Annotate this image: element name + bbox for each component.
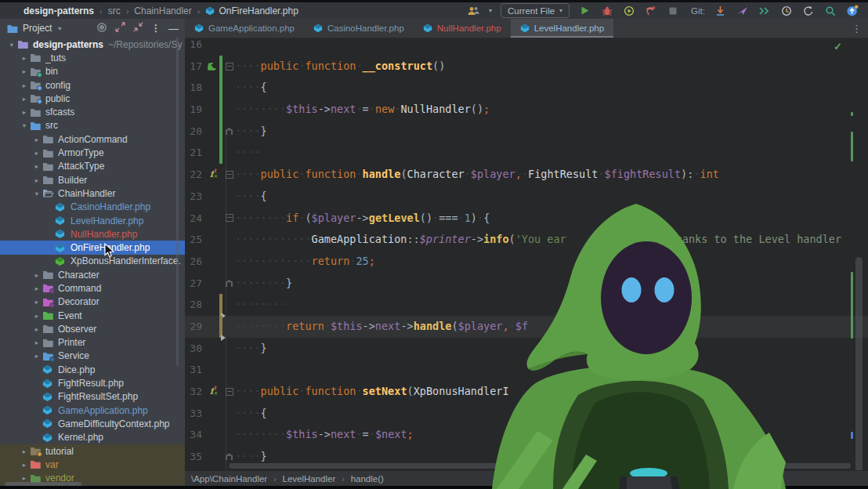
change-marker-added[interactable] <box>219 99 222 121</box>
tree-item-character[interactable]: ▸Character <box>0 268 185 281</box>
breadcrumb-item[interactable]: design-patterns <box>24 5 94 16</box>
chevron-right-icon[interactable]: ▸ <box>19 54 30 62</box>
chevron-right-icon[interactable]: ▸ <box>31 298 42 306</box>
tabs-kebab-icon[interactable]: ⋮ <box>852 19 868 38</box>
status-breadcrumb-item[interactable]: \App\ChainHandler <box>191 474 267 484</box>
tree-item-gameapplication-php[interactable]: GameApplication.php <box>0 404 185 417</box>
stripe-mark-green[interactable] <box>851 132 853 161</box>
code-line-20[interactable]: 20····} <box>185 121 868 143</box>
tab-nullhandler-php[interactable]: NullHandler.php <box>414 19 511 38</box>
tree-item-service[interactable]: ▸Service <box>0 350 185 363</box>
chevron-down-icon[interactable]: ▾ <box>58 25 61 32</box>
stop-button[interactable] <box>666 4 679 17</box>
change-marker-added[interactable] <box>219 121 222 143</box>
code-line-16[interactable]: 16 <box>185 38 868 56</box>
tree-item-var[interactable]: ▸var <box>0 458 185 471</box>
code-line-19[interactable]: 19········$this->next·=·new·NullHandler(… <box>185 99 868 121</box>
chevron-down-icon[interactable]: ▾ <box>6 41 17 49</box>
ide-update-icon[interactable] <box>845 4 859 17</box>
tree-vertical-scrollbar[interactable] <box>176 5 179 366</box>
chevron-right-icon[interactable]: ▸ <box>31 136 42 143</box>
tree-item-sfcasts[interactable]: ▸sfcasts <box>0 105 185 118</box>
chevron-right-icon[interactable]: ▸ <box>31 271 42 279</box>
code-line-21[interactable]: 21···· <box>185 142 868 164</box>
stripe-mark-green[interactable] <box>851 112 853 116</box>
tree-item-config[interactable]: ▸config <box>0 78 185 92</box>
stripe-mark-blue[interactable] <box>851 432 853 439</box>
collapse-all-icon[interactable] <box>133 22 143 34</box>
history-icon[interactable] <box>779 4 793 17</box>
tree-item-command[interactable]: ▸Command <box>0 281 185 295</box>
git-cvs-icon[interactable] <box>758 4 771 17</box>
tree-item-kernel-php[interactable]: Kernel.php <box>0 431 185 444</box>
run-config-select[interactable]: Current File ▾ <box>501 3 570 18</box>
run-button[interactable] <box>578 4 591 17</box>
tree-item-nullhandler-php[interactable]: NullHandler.php <box>0 227 185 241</box>
chevron-right-icon[interactable]: ▸ <box>31 339 42 346</box>
chevron-right-icon[interactable]: ▸ <box>31 284 42 292</box>
tree-item-_tuts[interactable]: ▸_tuts <box>0 51 185 64</box>
code-line-22[interactable]: 22f↑×····public·function·handle(Characte… <box>185 164 868 186</box>
tree-item-attacktype[interactable]: ▸AttackType <box>0 160 185 173</box>
debug-button[interactable] <box>600 4 613 17</box>
chevron-right-icon[interactable]: ▸ <box>31 149 42 157</box>
tree-item-xpbonushandlerinterface-[interactable]: XpBonusHandlerInterface. <box>0 255 185 268</box>
tree-item-tutorial[interactable]: ▸tutorial <box>0 444 185 458</box>
chevron-right-icon[interactable]: ▸ <box>19 82 30 89</box>
inspection-status-icon[interactable]: ✓ <box>834 41 842 53</box>
options-kebab-icon[interactable]: ⋮ <box>151 23 161 34</box>
locate-file-icon[interactable] <box>96 22 107 35</box>
tab-casinohandler-php[interactable]: CasinoHandler.php <box>304 19 414 38</box>
fold-collapse-icon[interactable] <box>226 171 233 179</box>
override-method-icon[interactable]: f↑× <box>204 164 219 186</box>
status-breadcrumb-item[interactable]: handle() <box>351 474 384 484</box>
chevron-right-icon[interactable]: ▸ <box>31 312 42 320</box>
tree-item-printer[interactable]: ▸Printer <box>0 336 185 350</box>
collaboration-caret-icon[interactable]: ▾ <box>489 7 492 14</box>
tree-item-observer[interactable]: ▸Observer <box>0 322 185 335</box>
expand-all-icon[interactable] <box>115 22 125 34</box>
chevron-right-icon[interactable]: ▸ <box>19 67 30 75</box>
chevron-right-icon[interactable]: ▸ <box>19 108 30 116</box>
code-line-17[interactable]: 17····public·function·__construct() <box>185 56 868 78</box>
tree-item-public[interactable]: ▸public <box>0 92 185 105</box>
collaboration-icon[interactable] <box>467 4 480 17</box>
fold-collapse-icon[interactable] <box>226 214 233 222</box>
chevron-right-icon[interactable]: ▸ <box>19 474 30 482</box>
code-line-18[interactable]: 18····{ <box>185 77 868 99</box>
tree-item-armortype[interactable]: ▸ArmorType <box>0 146 185 159</box>
breadcrumb-item[interactable]: ChainHandler <box>134 5 191 16</box>
tree-item-fightresultset-php[interactable]: FightResultSet.php <box>0 390 185 404</box>
chevron-down-icon[interactable]: ▾ <box>19 121 30 129</box>
fold-end-icon[interactable] <box>226 128 233 135</box>
change-marker-added[interactable] <box>219 56 222 78</box>
breadcrumb-item[interactable]: src <box>108 5 121 16</box>
tree-item-gamedifficultycontext-php[interactable]: GameDifficultyContext.php <box>0 417 185 430</box>
breadcrumb-item[interactable]: OnFireHandler.php <box>219 5 298 16</box>
status-breadcrumb-item[interactable]: LevelHandler <box>283 474 336 484</box>
chevron-right-icon[interactable]: ▸ <box>19 447 30 455</box>
change-marker-added[interactable] <box>219 77 222 99</box>
git-update-icon[interactable] <box>714 4 727 17</box>
tree-item-onfirehandler-php[interactable]: OnFireHandler.php <box>0 241 185 254</box>
tree-item-design-patterns[interactable]: ▾design-patterns~/Repositories/Sy <box>0 38 185 51</box>
phone-debug-button[interactable] <box>644 4 657 17</box>
tree-item-src[interactable]: ▾src <box>0 119 185 132</box>
tree-item-bin[interactable]: ▸bin <box>0 65 185 78</box>
tree-item-dice-php[interactable]: Dice.php <box>0 363 185 376</box>
coverage-button[interactable] <box>622 4 635 17</box>
chevron-right-icon[interactable]: ▸ <box>31 176 42 184</box>
tab-levelhandler-php[interactable]: LevelHandler.php <box>511 19 614 38</box>
project-tree[interactable]: ▾design-patterns~/Repositories/Sy▸_tuts▸… <box>0 38 185 487</box>
change-marker-modified[interactable] <box>219 316 222 338</box>
tree-item-levelhandler-php[interactable]: LevelHandler.php <box>0 214 185 227</box>
tree-item-actioncommand[interactable]: ▸ActionCommand <box>0 132 185 146</box>
project-view-select[interactable]: Project <box>23 23 52 34</box>
tree-item-event[interactable]: ▸Event <box>0 309 185 322</box>
search-icon[interactable] <box>823 4 837 17</box>
tree-item-chainhandler[interactable]: ▾ChainHandler <box>0 187 185 200</box>
chevron-right-icon[interactable]: ▸ <box>31 162 42 170</box>
fold-collapse-icon[interactable] <box>226 388 233 396</box>
fold-end-icon[interactable] <box>226 280 233 287</box>
fold-end-icon[interactable] <box>226 453 233 460</box>
